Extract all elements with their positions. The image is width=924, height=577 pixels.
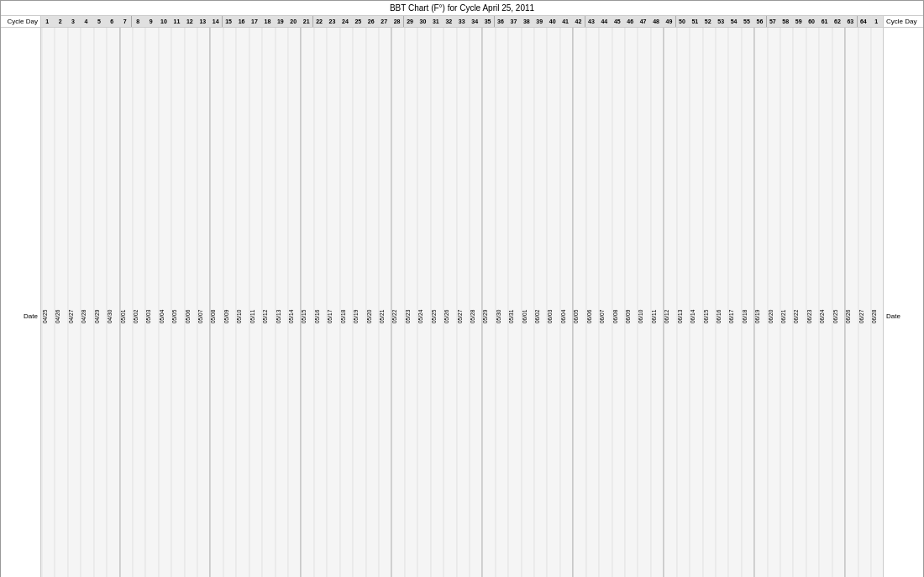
- label-right-cycle_day: Cycle Day: [883, 16, 923, 27]
- label-right-date: Date: [883, 28, 923, 577]
- cell: 56: [753, 16, 766, 27]
- cell: 29: [404, 16, 417, 27]
- cell: 05/04: [158, 28, 171, 577]
- cell: 04/25: [41, 28, 54, 577]
- cell: 26: [365, 16, 378, 27]
- cell: 6: [106, 16, 118, 27]
- cell: 06/02: [533, 28, 546, 577]
- cell: 05/23: [404, 28, 417, 577]
- cell: 05/02: [132, 28, 144, 577]
- cell: 24: [339, 16, 352, 27]
- cell: 06/07: [598, 28, 611, 577]
- cell: 05/21: [378, 28, 391, 577]
- cell: 05/28: [469, 28, 481, 577]
- cell: 43: [585, 16, 598, 27]
- cell: 20: [287, 16, 300, 27]
- cell: 23: [326, 16, 339, 27]
- cell: 05/09: [223, 28, 235, 577]
- cell: 06/12: [663, 28, 675, 577]
- cell: 05/01: [119, 28, 132, 577]
- cell: 05/30: [495, 28, 507, 577]
- cell: 13: [197, 16, 209, 27]
- cell: 06/19: [753, 28, 766, 577]
- cell: 19: [275, 16, 287, 27]
- cell: 28: [391, 16, 403, 27]
- main-container: BBT Chart (F°) for Cycle April 25, 2011 …: [0, 0, 924, 577]
- cell: 64: [858, 16, 870, 27]
- cell: 55: [741, 16, 753, 27]
- cell: 12: [184, 16, 197, 27]
- cell: 06/03: [546, 28, 559, 577]
- cell: 37: [507, 16, 520, 27]
- cell: 06/10: [637, 28, 649, 577]
- cell: 05/27: [456, 28, 469, 577]
- cell: 1: [870, 16, 883, 27]
- cell: 52: [702, 16, 715, 27]
- cell: 05/29: [481, 28, 494, 577]
- cell: 05/16: [313, 28, 326, 577]
- cell: 05/11: [249, 28, 261, 577]
- cell: 06/11: [650, 28, 663, 577]
- cell: 05/06: [184, 28, 197, 577]
- cell: 9: [144, 16, 157, 27]
- cell: 06/08: [612, 28, 624, 577]
- cell: 16: [235, 16, 248, 27]
- cell: 06/01: [521, 28, 533, 577]
- cell: 39: [533, 16, 546, 27]
- cell: 05/10: [235, 28, 248, 577]
- cell: 48: [650, 16, 663, 27]
- cell: 05/22: [391, 28, 403, 577]
- cell: 31: [430, 16, 443, 27]
- cell: 05/08: [209, 28, 222, 577]
- cell: 06/16: [715, 28, 727, 577]
- cell: 7: [119, 16, 132, 27]
- row-cycle_day: Cycle Day1234567891011121314151617181920…: [1, 16, 923, 28]
- cell: 53: [715, 16, 727, 27]
- cell: 59: [792, 16, 805, 27]
- cell: 35: [481, 16, 494, 27]
- cell: 05/12: [261, 28, 274, 577]
- cells-cycle_day: 1234567891011121314151617181920212223242…: [41, 16, 883, 27]
- cell: 05/17: [326, 28, 339, 577]
- cell: 40: [546, 16, 559, 27]
- cell: 36: [495, 16, 507, 27]
- cell: 06/24: [818, 28, 831, 577]
- row-date: Date04/2504/2604/2704/2804/2904/3005/010…: [1, 28, 923, 577]
- cell: 05/07: [197, 28, 209, 577]
- cell: 06/22: [792, 28, 805, 577]
- cell: 50: [676, 16, 689, 27]
- cell: 18: [261, 16, 274, 27]
- cell: 06/23: [806, 28, 818, 577]
- cell: 25: [352, 16, 365, 27]
- cell: 06/28: [870, 28, 883, 577]
- cell: 46: [624, 16, 637, 27]
- cell: 04/26: [54, 28, 66, 577]
- cell: 11: [171, 16, 183, 27]
- cell: 15: [223, 16, 235, 27]
- cells-date: 04/2504/2604/2704/2804/2904/3005/0105/02…: [41, 28, 883, 577]
- cell: 05/25: [430, 28, 443, 577]
- cell: 06/18: [741, 28, 753, 577]
- cell: 05/13: [275, 28, 287, 577]
- cell: 63: [844, 16, 857, 27]
- cell: 05/05: [171, 28, 183, 577]
- cell: 3: [67, 16, 80, 27]
- cell: 33: [456, 16, 469, 27]
- cell: 60: [806, 16, 818, 27]
- cell: 58: [780, 16, 792, 27]
- cell: 06/21: [780, 28, 792, 577]
- cell: 54: [727, 16, 740, 27]
- cell: 06/05: [572, 28, 585, 577]
- cell: 8: [132, 16, 144, 27]
- cell: 06/26: [844, 28, 857, 577]
- cell: 21: [300, 16, 312, 27]
- cell: 41: [559, 16, 572, 27]
- cell: 61: [818, 16, 831, 27]
- cell: 42: [572, 16, 585, 27]
- cell: 06/20: [767, 28, 780, 577]
- label-left-date: Date: [1, 28, 41, 577]
- cell: 27: [378, 16, 391, 27]
- cell: 05/14: [287, 28, 300, 577]
- cell: 06/17: [727, 28, 740, 577]
- chart-title: BBT Chart (F°) for Cycle April 25, 2011: [1, 1, 923, 16]
